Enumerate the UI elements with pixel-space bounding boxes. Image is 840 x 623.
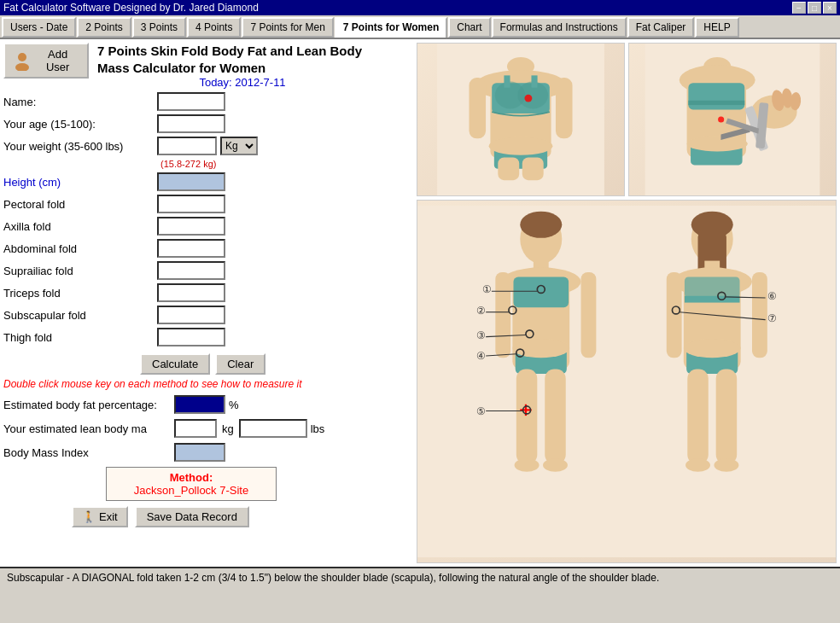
caliper-image	[628, 43, 837, 196]
pectoral-row: Pectoral fold	[3, 195, 413, 213]
right-panel: ① ② ③ ④	[413, 43, 837, 563]
method-box: Method: Jackson_Pollock 7-Site	[106, 467, 277, 501]
svg-point-17	[524, 95, 532, 102]
close-button[interactable]: ×	[823, 2, 837, 14]
weight-input[interactable]	[157, 137, 217, 155]
lean-body-row: Your estimated lean body ma kg lbs	[3, 419, 413, 438]
clear-button[interactable]: Clear	[215, 353, 265, 375]
svg-rect-44	[516, 370, 538, 464]
save-data-button[interactable]: Save Data Record	[135, 506, 249, 527]
method-value: Jackson_Pollock 7-Site	[110, 484, 272, 497]
tab-chart[interactable]: Chart	[448, 17, 490, 38]
age-input[interactable]	[157, 114, 225, 133]
triceps-label: Triceps fold	[3, 287, 157, 300]
tab-3-points[interactable]: 3 Points	[132, 17, 186, 38]
svg-point-1	[15, 63, 29, 71]
bottom-body-image: ① ② ③ ④	[417, 200, 837, 563]
name-input[interactable]	[157, 92, 225, 111]
tab-users-date[interactable]: Users - Date	[2, 17, 76, 38]
svg-rect-6	[556, 78, 573, 138]
tab-7-points-men[interactable]: 7 Points for Men	[242, 17, 333, 38]
svg-rect-12	[531, 75, 537, 87]
svg-rect-23	[688, 101, 744, 105]
status-bar: Subscapular - A DIAGONAL fold taken 1-2 …	[0, 567, 840, 609]
page-date: Today: 2012-7-11	[97, 76, 388, 89]
svg-text:⑦: ⑦	[767, 312, 777, 324]
weight-unit-select[interactable]: Kg Lbs	[220, 137, 258, 155]
weight-note: (15.8-272 kg)	[160, 159, 216, 169]
svg-point-14	[489, 137, 553, 154]
title-bar: Fat Calculator Software Designed by Dr. …	[0, 0, 840, 15]
svg-point-47	[543, 458, 568, 472]
nav-bar: Users - Date 2 Points 3 Points 4 Points …	[0, 15, 840, 39]
axilla-input[interactable]	[157, 217, 225, 236]
method-label: Method:	[110, 471, 272, 484]
add-user-button[interactable]: Add User	[3, 43, 89, 79]
user-icon	[12, 50, 32, 71]
body-fat-row: Estimated body fat percentage: %	[3, 395, 413, 414]
thigh-row: Thigh fold	[3, 328, 413, 346]
calc-buttons: Calculate Clear	[140, 353, 413, 375]
abdominal-label: Abdominal fold	[3, 242, 157, 255]
pectoral-input[interactable]	[157, 195, 225, 213]
page-header: 7 Points Skin Fold Body Fat and Lean Bod…	[97, 43, 388, 89]
minimize-button[interactable]: −	[792, 2, 806, 14]
suprailiac-row: Suprailiac fold	[3, 261, 413, 280]
exit-button[interactable]: 🚶 Exit	[72, 506, 128, 527]
svg-text:④: ④	[476, 350, 486, 362]
svg-rect-71	[752, 272, 767, 358]
thigh-input[interactable]	[157, 328, 225, 346]
body-fat-value	[174, 395, 225, 414]
maximize-button[interactable]: □	[808, 2, 821, 14]
height-row: Height (cm)	[3, 172, 413, 191]
body-fat-unit: %	[229, 399, 239, 411]
subscapular-input[interactable]	[157, 306, 225, 324]
tab-2-points[interactable]: 2 Points	[77, 17, 131, 38]
svg-point-35	[520, 212, 562, 238]
svg-rect-70	[667, 272, 682, 358]
lean-body-lbs-value	[239, 419, 307, 438]
svg-rect-39	[581, 272, 597, 358]
svg-rect-45	[545, 370, 566, 464]
lean-body-kg-unit: kg	[222, 422, 234, 435]
bottom-buttons: 🚶 Exit Save Data Record	[72, 506, 413, 527]
svg-point-0	[18, 53, 26, 61]
triceps-input[interactable]	[157, 283, 225, 302]
tab-formulas[interactable]: Formulas and Instructions	[492, 17, 627, 38]
bmi-row: Body Mass Index	[3, 443, 413, 462]
suprailiac-input[interactable]	[157, 261, 225, 280]
name-row: Name:	[3, 92, 413, 111]
svg-rect-77	[687, 370, 709, 464]
subscapular-label: Subscapular fold	[3, 309, 157, 322]
svg-point-80	[714, 458, 738, 472]
weight-note-row: (15.8-272 kg)	[3, 159, 413, 169]
height-input[interactable]	[157, 172, 225, 191]
age-row: Your age (15-100):	[3, 114, 413, 133]
svg-text:①: ①	[482, 283, 492, 295]
tab-fat-caliper[interactable]: Fat Caliper	[627, 17, 695, 38]
tab-4-points[interactable]: 4 Points	[187, 17, 241, 38]
main-content: Add User 7 Points Skin Fold Body Fat and…	[0, 39, 840, 567]
calculate-button[interactable]: Calculate	[140, 353, 210, 375]
add-user-label: Add User	[35, 48, 80, 73]
lean-body-label: Your estimated lean body ma	[3, 422, 174, 435]
svg-point-76	[684, 339, 741, 358]
svg-rect-15	[498, 158, 519, 181]
tab-help[interactable]: HELP	[695, 17, 738, 38]
height-label: Height (cm)	[3, 176, 157, 189]
title-bar-controls: − □ ×	[792, 2, 837, 14]
double-click-message: Double click mouse key on each method to…	[3, 378, 413, 390]
abdominal-input[interactable]	[157, 239, 225, 258]
svg-rect-38	[495, 272, 510, 358]
svg-rect-74	[685, 277, 740, 299]
svg-point-79	[685, 458, 710, 472]
pectoral-label: Pectoral fold	[3, 198, 157, 211]
page-title: 7 Points Skin Fold Body Fat and Lean Bod…	[97, 43, 388, 76]
weight-label: Your weight (35-600 lbs)	[3, 140, 157, 153]
thigh-label: Thigh fold	[3, 331, 157, 344]
svg-point-43	[512, 339, 569, 358]
weight-row: Your weight (35-600 lbs) Kg Lbs	[3, 137, 413, 155]
full-body-svg: ① ② ③ ④	[417, 201, 836, 562]
exit-label: Exit	[99, 510, 118, 523]
tab-7-points-women[interactable]: 7 Points for Women	[335, 17, 447, 38]
